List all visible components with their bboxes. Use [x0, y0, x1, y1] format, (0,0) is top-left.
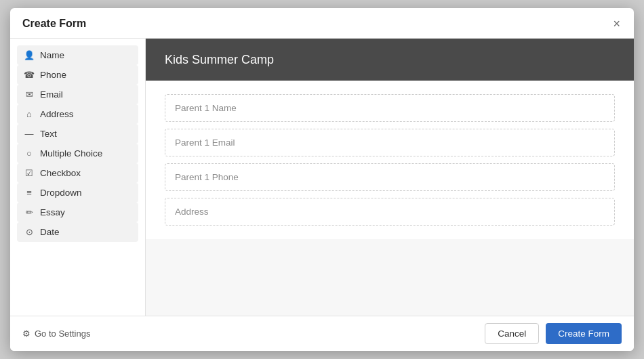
form-header-bar: Kids Summer Camp [146, 39, 634, 81]
circle-icon: ○ [24, 148, 35, 159]
list-icon: ≡ [24, 188, 35, 198]
sidebar-item-text[interactable]: —Text [17, 124, 138, 144]
home-icon: ⌂ [24, 109, 35, 119]
sidebar-item-email[interactable]: ✉Email [17, 85, 138, 104]
email-icon: ✉ [24, 89, 35, 100]
create-form-modal: Create Form × 👤Name☎Phone✉Email⌂Address—… [10, 8, 634, 351]
sidebar-item-checkbox[interactable]: ☑Checkbox [17, 163, 138, 183]
minus-icon: — [24, 129, 35, 139]
pencil-icon: ✏ [24, 207, 35, 217]
sidebar-label-text: Text [40, 129, 57, 139]
sidebar-label-email: Email [40, 89, 63, 100]
check-square-icon: ☑ [24, 168, 35, 178]
modal-body: 👤Name☎Phone✉Email⌂Address—Text○Multiple … [10, 39, 634, 316]
sidebar-label-phone: Phone [40, 70, 66, 80]
modal-footer: ⚙ Go to Settings Cancel Create Form [10, 316, 634, 351]
modal-title: Create Form [22, 18, 86, 30]
footer-actions: Cancel Create Form [485, 323, 622, 344]
settings-label: Go to Settings [35, 329, 90, 339]
clock-icon: ⊙ [24, 227, 35, 237]
close-button[interactable]: × [611, 18, 622, 30]
sidebar-label-address: Address [40, 109, 74, 119]
sidebar-item-dropdown[interactable]: ≡Dropdown [17, 183, 138, 203]
sidebar-label-checkbox: Checkbox [40, 168, 81, 178]
sidebar-item-essay[interactable]: ✏Essay [17, 203, 138, 222]
sidebar-label-essay: Essay [40, 207, 65, 217]
form-preview: Kids Summer Camp Parent 1 NameParent 1 E… [146, 39, 634, 316]
sidebar-label-name: Name [40, 50, 64, 60]
gear-icon: ⚙ [22, 329, 31, 339]
sidebar-item-address[interactable]: ⌂Address [17, 104, 138, 124]
sidebar-item-phone[interactable]: ☎Phone [17, 65, 138, 85]
sidebar: 👤Name☎Phone✉Email⌂Address—Text○Multiple … [10, 39, 146, 316]
sidebar-label-multiple-choice: Multiple Choice [40, 148, 102, 159]
phone-icon: ☎ [24, 70, 35, 80]
settings-link[interactable]: ⚙ Go to Settings [22, 329, 90, 339]
sidebar-label-dropdown: Dropdown [40, 188, 82, 198]
sidebar-label-date: Date [40, 227, 60, 237]
form-field-2: Parent 1 Phone [165, 163, 615, 191]
sidebar-item-name[interactable]: 👤Name [17, 45, 138, 65]
cancel-button[interactable]: Cancel [485, 323, 539, 344]
sidebar-item-date[interactable]: ⊙Date [17, 222, 138, 242]
person-icon: 👤 [24, 50, 35, 60]
modal-header: Create Form × [10, 8, 634, 39]
create-form-button[interactable]: Create Form [546, 323, 622, 344]
form-field-0: Parent 1 Name [165, 94, 615, 122]
sidebar-item-multiple-choice[interactable]: ○Multiple Choice [17, 144, 138, 163]
form-fields-area: Parent 1 NameParent 1 EmailParent 1 Phon… [146, 81, 634, 239]
form-title: Kids Summer Camp [165, 53, 274, 67]
form-field-3: Address [165, 198, 615, 226]
form-field-1: Parent 1 Email [165, 129, 615, 156]
